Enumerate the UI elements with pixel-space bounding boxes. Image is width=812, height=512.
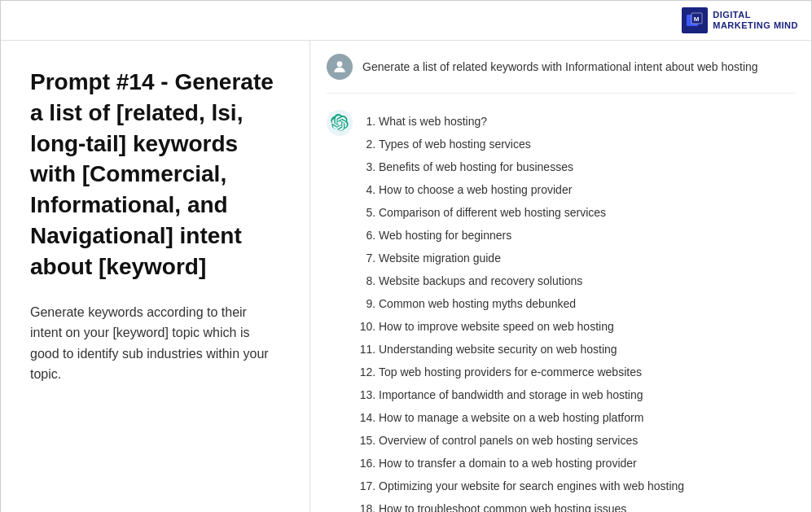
keyword-item: How to transfer a domain to a web hostin… (379, 452, 736, 475)
top-bar: M DIGITAL MARKETING MIND (1, 1, 811, 41)
keyword-item: Top web hosting providers for e-commerce… (379, 361, 736, 383)
logo-text: DIGITAL MARKETING MIND (713, 10, 798, 31)
ai-response-block: What is web hosting?Types of web hosting… (327, 110, 795, 512)
prompt-description: Generate keywords according to their int… (30, 302, 280, 385)
prompt-title: Prompt #14 - Generate a list of [related… (30, 67, 280, 282)
keyword-item: Importance of bandwidth and storage in w… (379, 383, 736, 406)
keyword-item: How to choose a web hosting provider (379, 178, 736, 201)
keyword-item: Comparison of different web hosting serv… (379, 201, 736, 224)
keyword-list: What is web hosting?Types of web hosting… (362, 110, 736, 512)
left-panel: Prompt #14 - Generate a list of [related… (1, 41, 310, 512)
keyword-item: What is web hosting? (379, 110, 736, 133)
keyword-item: Benefits of web hosting for businesses (379, 155, 736, 178)
keyword-item: How to troubleshoot common web hosting i… (379, 497, 736, 512)
logo-icon: M (682, 7, 708, 33)
right-panel[interactable]: Generate a list of related keywords with… (310, 41, 811, 512)
ai-icon (327, 110, 353, 136)
keyword-item: How to manage a website on a web hosting… (379, 406, 736, 429)
keyword-item: Optimizing your website for search engin… (379, 475, 736, 497)
keyword-item: Website backups and recovery solutions (379, 269, 736, 292)
logo: M DIGITAL MARKETING MIND (682, 7, 798, 33)
user-avatar (327, 54, 353, 80)
keyword-item: How to improve website speed on web host… (379, 315, 736, 338)
keyword-item: Understanding website security on web ho… (379, 338, 736, 361)
svg-point-3 (337, 61, 343, 67)
content-area: Prompt #14 - Generate a list of [related… (1, 41, 811, 512)
svg-text:M: M (694, 15, 700, 23)
user-message-text: Generate a list of related keywords with… (362, 54, 758, 76)
keyword-item: Web hosting for beginners (379, 224, 736, 247)
keyword-item: Overview of control panels on web hostin… (379, 429, 736, 452)
keyword-item: Common web hosting myths debunked (379, 292, 736, 315)
keyword-item: Website migration guide (379, 247, 736, 269)
main-window: M DIGITAL MARKETING MIND Prompt #14 - Ge… (0, 0, 812, 512)
user-message-block: Generate a list of related keywords with… (327, 54, 795, 94)
keyword-item: Types of web hosting services (379, 133, 736, 155)
